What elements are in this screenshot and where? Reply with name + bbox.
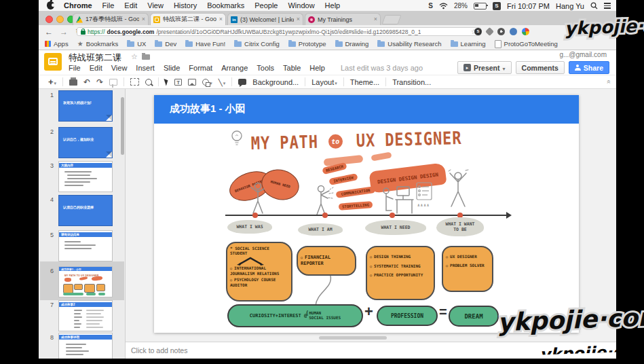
collapse-toolbar-icon[interactable] — [605, 80, 613, 84]
google-slides-logo[interactable] — [44, 53, 62, 71]
close-window-button[interactable] — [45, 16, 53, 23]
background-button[interactable]: Background... — [252, 78, 299, 86]
input-source-icon[interactable]: S — [428, 2, 433, 10]
present-button[interactable]: Present — [457, 61, 512, 74]
document-title[interactable]: 特战班第二课 — [69, 52, 121, 64]
menubar-app-name[interactable]: Chrome — [64, 1, 92, 10]
menu-insert[interactable]: Insert — [136, 64, 155, 72]
menubar-item-bookmarks[interactable]: Bookmarks — [207, 1, 244, 10]
forward-button[interactable] — [59, 27, 69, 37]
slide-thumbnail[interactable]: 成功故事1 - 小囡 MY PATH TO UX DESIGNER — [59, 267, 112, 297]
filmstrip-scrollbar[interactable] — [121, 97, 124, 155]
tab-close-icon[interactable] — [219, 16, 223, 22]
back-button[interactable] — [44, 27, 54, 37]
layout-button[interactable]: Layout — [311, 78, 337, 86]
bookmark-folder-ux[interactable]: UX — [127, 40, 146, 48]
bookmark-folder-citrix[interactable]: Citrix Config — [234, 40, 280, 48]
redo-icon[interactable] — [96, 77, 103, 87]
menu-arrange[interactable]: Arrange — [221, 64, 248, 72]
menu-slide[interactable]: Slide — [164, 64, 180, 72]
menubar-item-window[interactable]: Window — [288, 1, 314, 10]
menu-file[interactable]: File — [69, 64, 81, 72]
slide-thumbnail[interactable]: 成功故事2 — [59, 301, 112, 331]
insert-image-icon[interactable] — [188, 79, 196, 86]
bookmark-bookmarks[interactable]: Bookmarks — [77, 40, 118, 48]
bookmark-folder-dev[interactable]: Dev — [155, 40, 176, 48]
menu-help[interactable]: Help — [309, 64, 325, 72]
slide-thumbnail[interactable]: 欢迎加入特战计划! — [59, 91, 112, 121]
menu-format[interactable]: Format — [189, 64, 212, 72]
apple-menu-icon[interactable] — [47, 1, 54, 10]
bookmark-apps[interactable]: Apps — [45, 40, 69, 48]
insert-shape-button[interactable] — [202, 78, 212, 86]
bookmark-folder-havefun[interactable]: Have Fun! — [185, 40, 225, 48]
slide-thumbnail[interactable]: 大纲内容 — [59, 162, 112, 192]
slide-thumbnail[interactable]: 认清自己的职业选择 — [59, 196, 112, 225]
last-edit-status[interactable]: Last edit was 3 days ago — [341, 64, 423, 72]
menubar-username[interactable]: Hang Yu — [556, 2, 584, 10]
tab-close-icon[interactable] — [142, 16, 145, 22]
account-email[interactable]: g...@gmail.com — [559, 51, 607, 58]
notification-center-icon[interactable] — [604, 3, 611, 9]
menubar-item-people[interactable]: People — [254, 1, 278, 10]
battery-icon[interactable] — [474, 3, 487, 10]
menu-tools[interactable]: Tools — [257, 64, 274, 72]
slide-title-bar[interactable]: 成功故事1 - 小囡 — [154, 95, 579, 124]
comments-button[interactable]: Comments — [516, 61, 565, 74]
menubar-item-file[interactable]: File — [102, 1, 115, 10]
new-tab-button[interactable] — [381, 15, 401, 24]
zoom-icon[interactable] — [145, 79, 152, 86]
menu-table[interactable]: Table — [283, 64, 301, 72]
star-document-icon[interactable] — [131, 52, 138, 61]
tab-close-icon[interactable] — [297, 16, 300, 22]
menubar-item-edit[interactable]: Edit — [124, 1, 137, 10]
zoom-to-fit-icon[interactable] — [130, 78, 139, 86]
extension-icon-4[interactable] — [510, 28, 517, 35]
minimize-window-button[interactable] — [56, 16, 64, 23]
browser-tab-slides[interactable]: 特战班第二课 - Google Sli — [150, 13, 226, 25]
bookmark-folder-drawing[interactable]: Drawing — [335, 40, 369, 48]
extension-icon-5[interactable] — [522, 28, 529, 35]
slide-thumbnail[interactable]: 认识自己，规划职业 — [59, 128, 112, 158]
slide-thumbnail[interactable]: 成功故事说明 — [59, 333, 112, 359]
new-slide-button[interactable] — [48, 77, 56, 87]
spotlight-search-icon[interactable] — [590, 2, 598, 10]
person-icon — [575, 65, 581, 71]
insert-line-button[interactable] — [219, 78, 226, 86]
insert-comment-icon[interactable] — [238, 79, 246, 85]
menubar-item-help[interactable]: Help — [325, 1, 341, 10]
extension-icon-2[interactable] — [485, 27, 494, 36]
browser-tab-drive[interactable]: 17春季特战班 - Google Dri — [73, 13, 149, 25]
menubar-item-view[interactable]: View — [147, 1, 164, 10]
current-slide[interactable]: 成功故事1 - 小囡 MY PATH to UX DESIGNER BE — [154, 95, 579, 333]
print-icon[interactable] — [69, 79, 77, 86]
paint-format-icon[interactable] — [109, 79, 117, 86]
status-app-icon[interactable]: S — [493, 2, 501, 10]
bookmark-folder-learning[interactable]: Learning — [451, 40, 486, 48]
select-tool-icon[interactable] — [164, 77, 170, 86]
text-box-icon[interactable]: T — [174, 79, 182, 86]
bookmark-folder-prototype[interactable]: Prototype — [288, 40, 326, 48]
menubar-clock[interactable]: Fri 10:07 PM — [507, 2, 550, 10]
wifi-icon[interactable] — [439, 3, 448, 10]
tab-close-icon[interactable] — [374, 16, 377, 22]
menu-edit[interactable]: Edit — [90, 64, 102, 72]
move-to-folder-icon[interactable] — [142, 54, 150, 60]
theme-button[interactable]: Theme... — [350, 78, 379, 86]
bookmark-folder-usability[interactable]: Usability Research — [377, 40, 441, 48]
extension-icon-1[interactable]: S — [474, 28, 482, 35]
address-bar[interactable]: https:// docs.google.com /presentation/d… — [77, 27, 481, 36]
menubar-item-history[interactable]: History — [174, 1, 197, 10]
horizontal-scrollbar[interactable] — [319, 336, 387, 340]
bookmark-protogotomeeting[interactable]: ProtoGoToMeeting — [495, 40, 558, 48]
chevron-down-icon[interactable] — [503, 64, 506, 72]
undo-icon[interactable] — [83, 77, 90, 87]
menu-view[interactable]: View — [111, 64, 128, 72]
browser-tab-trainings[interactable]: My Trainings — [305, 13, 381, 25]
extension-icon-3[interactable] — [497, 28, 505, 35]
stick-figure-1 — [248, 182, 268, 216]
share-button[interactable]: Share — [569, 61, 609, 74]
transition-button[interactable]: Transition... — [392, 78, 431, 86]
slide-thumbnail[interactable]: 课前采访问卷 — [59, 231, 112, 261]
browser-tab-linkedin[interactable]: in (3) Welcome! | LinkedIn — [227, 13, 303, 25]
